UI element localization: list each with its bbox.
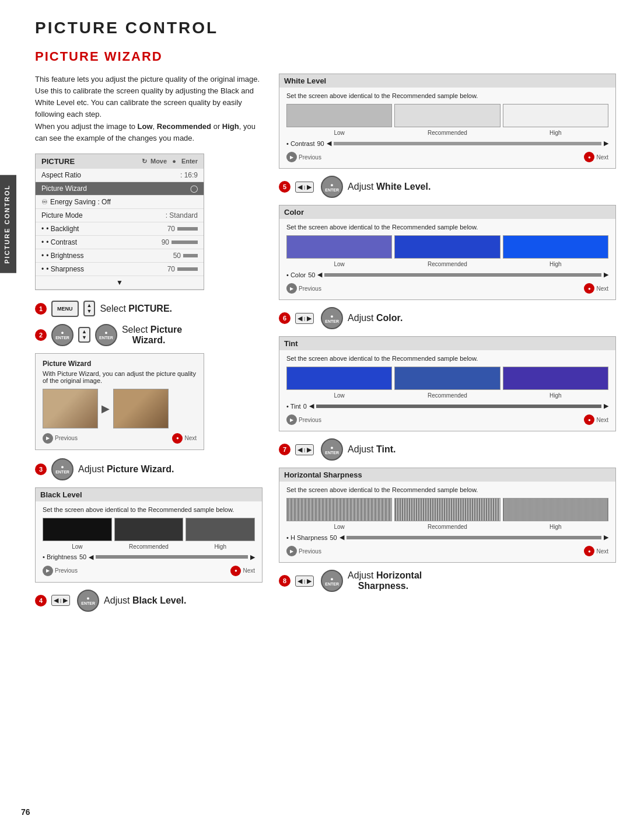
step8-badge: 8 — [279, 575, 290, 587]
enter-label-8: ENTER — [325, 582, 339, 586]
nav-updown-1[interactable]: ▲ ▼ — [83, 301, 96, 316]
aspect-ratio-row: Aspect Ratio : 16:9 — [36, 169, 204, 182]
lr-arrows-7[interactable]: ◀ | ▶ — [295, 444, 314, 455]
next-icon: ● — [172, 433, 183, 444]
black-level-samples: Low Recommended High — [43, 518, 255, 550]
enter-button-6[interactable]: ● ENTER — [321, 307, 343, 329]
tint-next: ● Next — [584, 414, 608, 425]
white-level-desc: Set the screen above identical to the Re… — [286, 92, 608, 99]
sharpness-label: • Sharpness — [46, 265, 167, 273]
nav-updown-2[interactable]: ▲ ▼ — [78, 327, 90, 343]
right-arrow-8: ▶ — [307, 577, 312, 585]
color-low-sample: Low — [286, 235, 392, 267]
tint-nav: ▶ Previous ● Next — [286, 414, 608, 425]
enter-button-3[interactable]: ● ENTER — [51, 458, 74, 480]
sharp-low-sample: Low — [286, 498, 392, 530]
color-control-label: • Color — [286, 271, 306, 278]
black-prev: ▶ Previous — [43, 566, 78, 576]
black-level-section: Black Level Set the screen above identic… — [35, 487, 262, 583]
white-level-nav: ▶ Previous ● Next — [286, 152, 608, 162]
lr-arrows-5[interactable]: ◀ | ▶ — [295, 182, 314, 193]
color-high-label: High — [550, 261, 562, 267]
step3-badge: 3 — [35, 463, 47, 475]
aspect-ratio-label: Aspect Ratio — [41, 171, 180, 179]
color-low-box — [286, 235, 392, 259]
black-high-box — [186, 518, 255, 541]
color-rec-box — [394, 235, 500, 259]
tint-prev: ▶ Previous — [286, 414, 321, 425]
enter-star-8: ● — [330, 576, 333, 582]
right-arrow-4: ▶ — [63, 597, 68, 604]
color-next-label: Next — [596, 285, 608, 292]
black-high-sample: High — [186, 518, 255, 550]
sharp-rec-sample: Recommended — [394, 498, 500, 530]
h-sharpness-control-value: 50 — [330, 534, 337, 541]
white-control-label: • Contrast — [286, 140, 314, 147]
color-next: ● Next — [584, 283, 608, 294]
color-title: Color — [279, 205, 615, 219]
black-right-arrow: ▶ — [250, 553, 255, 561]
enter-label-4: ENTER — [81, 601, 95, 605]
wizard-next-label: Next — [184, 435, 197, 441]
white-rec-sample: Recommended — [394, 104, 500, 136]
h-sharpness-prev-icon: ▶ — [286, 546, 297, 556]
h-sharpness-section: Horizontal Sharpness Set the screen abov… — [279, 468, 616, 563]
move-label: Move — [150, 158, 167, 165]
black-rec-box — [114, 518, 184, 541]
step4-badge: 4 — [35, 595, 47, 607]
menu-box: PICTURE ↻ Move ● Enter Aspect Ratio : 16… — [35, 154, 204, 290]
black-rec-sample: Recommended — [114, 518, 184, 550]
black-prev-icon: ▶ — [43, 566, 53, 576]
tint-high-label: High — [550, 392, 562, 399]
wizard-preview-desc: With Picture Wizard, you can adjust the … — [43, 370, 197, 384]
left-column: This feature lets you adjust the picture… — [35, 74, 262, 619]
menu-button[interactable]: MENU — [51, 301, 79, 317]
h-sharpness-next-label: Next — [596, 548, 608, 555]
h-sharpness-nav: ▶ Previous ● Next — [286, 546, 608, 556]
black-level-control: • Brightness 50 ◀ ▶ — [43, 553, 255, 561]
lr-arrows-6[interactable]: ◀ | ▶ — [295, 313, 314, 324]
enter-button-2b[interactable]: ● ENTER — [95, 324, 117, 346]
step2-badge: 2 — [35, 329, 47, 341]
tint-prev-icon: ▶ — [286, 414, 297, 425]
enter-button-5[interactable]: ● ENTER — [321, 176, 343, 198]
black-rec-label: Recommended — [129, 543, 169, 550]
lr-arrows-4[interactable]: ◀ | ▶ — [51, 595, 70, 606]
tint-low-box — [286, 367, 392, 390]
wizard-arrow: ▶ — [102, 402, 110, 415]
enter-button-2a[interactable]: ● ENTER — [51, 324, 74, 346]
wizard-img-after — [113, 389, 169, 428]
left-arrow-6: ◀ — [298, 315, 302, 322]
tint-section: Tint Set the screen above identical to t… — [279, 336, 616, 431]
picture-mode-label: Picture Mode — [41, 211, 166, 219]
h-sharpness-control: • H Sharpness 50 ◀ ▶ — [286, 534, 608, 541]
h-sharpness-right-arrow: ▶ — [604, 534, 608, 541]
step8-row: 8 ◀ | ▶ ● ENTER Adjust Horizontal Sharpn… — [279, 570, 616, 592]
brightness-row: • • Brightness 50 — [36, 249, 204, 263]
lr-arrows-8[interactable]: ◀ | ▶ — [295, 576, 314, 587]
black-low-label: Low — [72, 543, 82, 550]
enter-button-8[interactable]: ● ENTER — [321, 570, 343, 592]
tint-high-sample: High — [503, 367, 608, 399]
backlight-bar — [177, 227, 198, 231]
color-prev: ▶ Previous — [286, 283, 321, 294]
contrast-value: 90 — [162, 238, 169, 246]
color-left-arrow: ◀ — [317, 271, 322, 278]
enter-star-2b: ● — [104, 330, 107, 336]
white-prev-label: Previous — [299, 154, 321, 161]
sharp-rec-label: Recommended — [428, 524, 467, 530]
color-rec-sample: Recommended — [394, 235, 500, 267]
wizard-nav: ▶ Previous ● Next — [43, 433, 197, 444]
enter-button-7[interactable]: ● ENTER — [321, 438, 343, 461]
white-level-title: White Level — [279, 74, 615, 88]
tint-left-arrow: ◀ — [309, 402, 314, 410]
wizard-preview-title: Picture Wizard — [43, 360, 197, 368]
white-high-sample: High — [503, 104, 608, 136]
white-low-box — [286, 104, 392, 127]
white-next-icon: ● — [584, 152, 594, 162]
step4-row: 4 ◀ | ▶ ● ENTER Adjust Black Level. — [35, 590, 262, 612]
enter-button-4[interactable]: ● ENTER — [77, 590, 99, 612]
step5-text: Adjust White Level. — [348, 182, 430, 192]
step3-row: 3 ● ENTER Adjust Picture Wizard. — [35, 458, 262, 480]
step6-text: Adjust Color. — [348, 313, 402, 323]
